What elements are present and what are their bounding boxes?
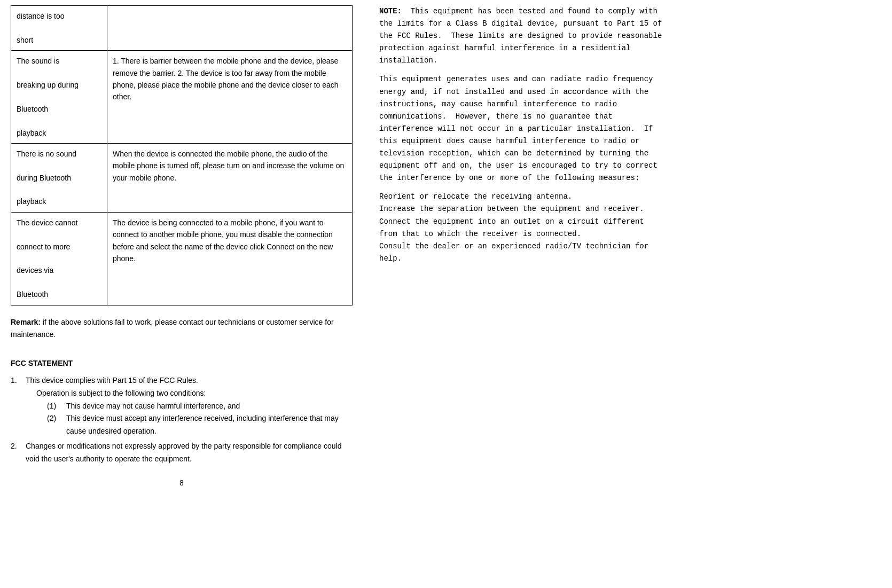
table-issue-cell-2: There is no soundduring Bluetoothplaybac… <box>11 143 107 212</box>
right-line-1-4: interference will not occur in a particu… <box>379 123 876 135</box>
remark-bold-label: Remark: <box>11 318 41 326</box>
page-number: 8 <box>11 479 353 487</box>
right-line-0-1: the limits for a Class B digital device,… <box>379 18 876 30</box>
table-solution-cell-2: When the device is connected the mobile … <box>107 143 353 212</box>
right-column: NOTE: This equipment has been tested and… <box>363 0 892 588</box>
fcc-sub-intro-0: Operation is subject to the following tw… <box>26 387 353 400</box>
fcc-item-text-0: This device complies with Part 15 of the… <box>26 374 353 387</box>
fcc-item-content-1: Changes or modifications not expressly a… <box>26 440 353 466</box>
fcc-section: FCC STATEMENT 1.This device complies wit… <box>11 357 353 467</box>
fcc-item-0: 1.This device complies with Part 15 of t… <box>11 374 353 438</box>
right-line-1-8: the interference by one or more of the f… <box>379 172 876 184</box>
right-line-0-0: NOTE: This equipment has been tested and… <box>379 5 876 18</box>
fcc-item-content-0: This device complies with Part 15 of the… <box>26 374 353 438</box>
fcc-item-1: 2.Changes or modifications not expressly… <box>11 440 353 466</box>
right-line-1-0: This equipment generates uses and can ra… <box>379 73 876 85</box>
right-line-0-2: the FCC Rules. These limits are designed… <box>379 30 876 42</box>
fcc-item-text-1: Changes or modifications not expressly a… <box>26 440 353 466</box>
right-line-1-3: communications. However, there is no gua… <box>379 111 876 123</box>
right-line-1-5: this equipment does cause harmful interf… <box>379 135 876 147</box>
troubleshooting-table: distance is tooshortThe sound isbreaking… <box>11 5 353 305</box>
table-issue-cell-0: distance is tooshort <box>11 6 107 51</box>
right-line-2-1: Increase the separation between the equi… <box>379 203 876 215</box>
fcc-item-num-0: 1. <box>11 374 26 387</box>
right-para-2: Reorient or relocate the receiving anten… <box>379 191 876 265</box>
right-line-0-3: protection against harmful interference … <box>379 42 876 54</box>
right-line-2-2: Connect the equipment into an outlet on … <box>379 216 876 228</box>
remark-section: Remark: if the above solutions fail to w… <box>11 316 353 342</box>
right-line-1-1: energy and, if not installed and used in… <box>379 86 876 98</box>
right-line-0-4: installation. <box>379 54 876 67</box>
right-line-1-2: instructions, may cause harmful interfer… <box>379 98 876 111</box>
table-solution-cell-3: The device is being connected to a mobil… <box>107 212 353 305</box>
left-column: distance is tooshortThe sound isbreaking… <box>0 0 363 588</box>
table-issue-cell-1: The sound isbreaking up duringBluetoothp… <box>11 51 107 144</box>
fcc-item-num-1: 2. <box>11 440 26 453</box>
note-label: NOTE: <box>379 7 402 15</box>
right-line-2-4: Consult the dealer or an experienced rad… <box>379 240 876 253</box>
remark-text: if the above solutions fail to work, ple… <box>11 318 334 339</box>
fcc-sub-item-0-1: (2)This device must accept any interfere… <box>26 412 353 438</box>
note-rest: This equipment has been tested and found… <box>402 7 658 15</box>
table-solution-cell-0 <box>107 6 353 51</box>
fcc-sub-item-0-0: (1)This device may not cause harmful int… <box>26 400 353 413</box>
right-para-1: This equipment generates uses and can ra… <box>379 73 876 184</box>
table-solution-cell-1: 1. There is barrier between the mobile p… <box>107 51 353 144</box>
fcc-title: FCC STATEMENT <box>11 357 353 370</box>
right-line-1-7: equipment off and on, the user is encour… <box>379 160 876 172</box>
right-line-1-6: television reception, which can be deter… <box>379 147 876 160</box>
right-line-2-3: from that to which the receiver is conne… <box>379 228 876 240</box>
right-para-0: NOTE: This equipment has been tested and… <box>379 5 876 67</box>
right-line-2-0: Reorient or relocate the receiving anten… <box>379 191 876 203</box>
fcc-sub-num-0-1: (2) <box>47 412 66 425</box>
fcc-sub-text-0-0: This device may not cause harmful interf… <box>66 400 240 413</box>
fcc-sub-text-0-1: This device must accept any interference… <box>66 412 353 438</box>
table-issue-cell-3: The device cannotconnect to moredevices … <box>11 212 107 305</box>
right-line-2-5: help. <box>379 253 876 265</box>
fcc-sub-num-0-0: (1) <box>47 400 66 413</box>
